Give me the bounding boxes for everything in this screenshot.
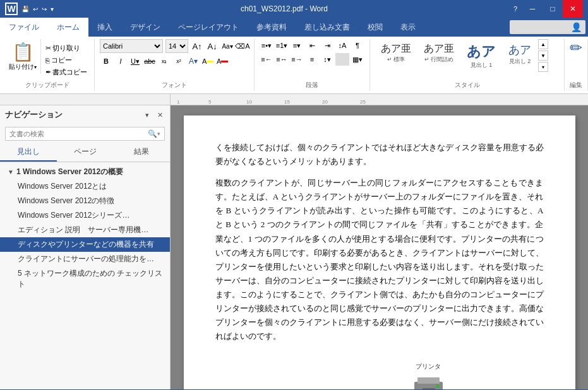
copy-button[interactable]: ⎘ コピー	[44, 55, 89, 66]
nav-item-whatisws[interactable]: Windows Server 2012とは	[0, 179, 170, 194]
diagram-area: サーバー	[215, 356, 544, 389]
paste-button[interactable]: 📋 貼り付け ▾	[5, 39, 41, 74]
font-name-select[interactable]: Calibri	[100, 39, 163, 53]
close-button[interactable]: ✕	[563, 0, 583, 18]
clipboard-group: 📋 貼り付け ▾ ✂ 切り取り ⎘ コピー ✒ 書式コピー クリップボード	[0, 39, 95, 91]
change-case-button[interactable]: Aa▾	[221, 40, 234, 52]
nav-item-network-checklist[interactable]: 5 ネットワーク構成のための チェックリスト	[0, 266, 170, 292]
font-controls: Calibri 14 A↑ A↓ Aa▾ ⌫A B I U▾	[100, 39, 249, 68]
font-grow-button[interactable]: A↑	[191, 40, 203, 52]
nav-item-disk-share[interactable]: ディスクやプリンターなどの機器を共有	[0, 237, 170, 252]
multilevel-list-button[interactable]: ≡▾	[290, 39, 304, 52]
text-effect-button[interactable]: A▾	[187, 55, 200, 68]
numbered-list-button[interactable]: ≡1▾	[275, 39, 289, 52]
sort-button[interactable]: ↕A	[335, 39, 349, 52]
format-painter-icon: ✒	[45, 68, 51, 76]
ruler-mark-2: 5	[208, 99, 211, 105]
clear-formatting-button[interactable]: ⌫A	[236, 40, 249, 52]
undo-quick-btn[interactable]: ↩	[32, 4, 39, 14]
more-quick-btn[interactable]: ▾	[49, 4, 55, 14]
redo-quick-btn[interactable]: ↪	[40, 4, 48, 14]
tab-page-layout[interactable]: ページレイアウト	[169, 18, 248, 37]
styles-group: あア亜 ↵ 標準 あア亜 ↵ 行間詰め あア 見出し 1 あア 見出し 2 ▲	[370, 39, 565, 91]
restore-button[interactable]: □	[543, 0, 563, 18]
paste-label: 貼り付け ▾	[9, 62, 37, 71]
nav-item-client-server[interactable]: クライアントにサーバーの処理能力を…	[0, 252, 170, 266]
align-center-button[interactable]: ≡↔	[275, 53, 289, 66]
style-normal[interactable]: あア亜 ↵ 標準	[375, 39, 417, 67]
border-button[interactable]: ▦▾	[351, 53, 364, 66]
styles-scroll: ▲ ▼ ▾	[538, 39, 548, 72]
format-painter-button[interactable]: ✒ 書式コピー	[44, 67, 89, 78]
font-group: Calibri 14 A↑ A↓ Aa▾ ⌫A B I U▾	[95, 39, 255, 91]
highlight-color-button[interactable]: A	[201, 55, 214, 68]
tab-file[interactable]: ファイル	[0, 18, 48, 37]
editing-content: ✏	[570, 39, 582, 80]
nav-item-client-server-label: クライアントにサーバーの処理能力を…	[18, 254, 154, 264]
font-row1: Calibri 14 A↑ A↓ Aa▾ ⌫A	[100, 39, 249, 53]
subscript-button[interactable]: x₂	[158, 55, 171, 68]
align-right-button[interactable]: ≡→	[290, 53, 304, 66]
show-formatting-button[interactable]: ¶	[351, 39, 364, 52]
editing-label: 編集	[570, 80, 582, 91]
styles-content: あア亜 ↵ 標準 あア亜 ↵ 行間詰め あア 見出し 1 あア 見出し 2 ▲	[375, 39, 548, 80]
ruler: 1 5 10 15 20 25	[0, 94, 588, 105]
search-options-icon[interactable]: ▾	[157, 131, 160, 137]
help-icon[interactable]: ?	[513, 5, 517, 13]
decrease-indent-button[interactable]: ⇤	[305, 39, 319, 52]
nav-item-series[interactable]: Windows Server 2012シリーズ…	[0, 208, 170, 223]
tab-home[interactable]: ホーム	[48, 18, 88, 37]
italic-button[interactable]: I	[114, 55, 127, 68]
bold-button[interactable]: B	[100, 55, 112, 68]
ruler-mark-5: 20	[322, 99, 328, 105]
window-controls: ─ □ ✕	[522, 0, 583, 18]
printer-device: プリンタ	[411, 362, 446, 389]
styles-expand[interactable]: ▾	[538, 62, 548, 72]
nav-item-features-label: Windows Server 2012の特徴	[18, 196, 114, 206]
document-area[interactable]: くを接続しておけば、個々のクライアントではそれほど大きなディスク容量を用意する必…	[171, 105, 588, 389]
nav-item-chapter1[interactable]: ▼ 1 Windows Server 2012の概要	[0, 165, 170, 179]
editing-button[interactable]: ✏	[570, 39, 582, 57]
line-spacing-button[interactable]: ↕▾	[320, 53, 334, 66]
tab-pages[interactable]: ページ	[57, 143, 114, 162]
tab-design[interactable]: デザイン	[121, 18, 169, 37]
nav-close-button[interactable]: ✕	[155, 110, 165, 120]
search-icon[interactable]: 🔍	[148, 129, 157, 138]
tab-results[interactable]: 結果	[113, 143, 170, 162]
font-shrink-button[interactable]: A↓	[206, 40, 219, 52]
tab-headings[interactable]: 見出し	[0, 143, 57, 162]
increase-indent-button[interactable]: ⇥	[320, 39, 334, 52]
tab-mailings[interactable]: 差し込み文書	[296, 18, 359, 37]
tab-insert[interactable]: 挿入	[88, 18, 121, 37]
font-color-button[interactable]: A	[216, 55, 229, 68]
cut-button[interactable]: ✂ 切り取り	[44, 43, 89, 54]
shading-button[interactable]	[335, 53, 349, 66]
bullet-list-button[interactable]: ≡•▾	[260, 39, 273, 52]
printer-icon	[411, 372, 446, 389]
doc-paragraph-1: くを接続しておけば、個々のクライアントではそれほど大きなディスク容量を用意する必…	[215, 141, 544, 168]
superscript-button[interactable]: x²	[172, 55, 185, 68]
user-account[interactable]: 👤	[510, 20, 585, 34]
tab-view[interactable]: 表示	[392, 18, 424, 37]
underline-button[interactable]: U▾	[129, 55, 141, 68]
paragraph-group-content: ≡•▾ ≡1▾ ≡▾ ⇤ ⇥ ↕A ¶ ≡← ≡↔ ≡→ ≡ ↕▾	[260, 39, 364, 80]
tab-references[interactable]: 参考資料	[248, 18, 296, 37]
styles-scroll-down[interactable]: ▼	[538, 50, 548, 61]
styles-scroll-up[interactable]: ▲	[538, 39, 548, 49]
style-heading2[interactable]: あア 見出し 2	[503, 39, 537, 69]
justify-button[interactable]: ≡	[305, 53, 319, 66]
font-size-select[interactable]: 14	[165, 39, 188, 53]
align-left-button[interactable]: ≡←	[260, 53, 273, 66]
strikethrough-button[interactable]: abc	[143, 55, 156, 68]
tab-review[interactable]: 校閲	[359, 18, 392, 37]
nav-item-editions[interactable]: エディション 説明 サーバー専用機…	[0, 223, 170, 237]
style-heading1[interactable]: あア 見出し 1	[461, 39, 501, 73]
nav-controls: ▾ ✕	[142, 110, 165, 120]
search-input[interactable]	[9, 130, 148, 138]
minimize-button[interactable]: ─	[522, 0, 543, 18]
save-quick-btn[interactable]: 💾	[20, 4, 30, 14]
nav-item-features[interactable]: Windows Server 2012の特徴	[0, 194, 170, 208]
nav-minimize-button[interactable]: ▾	[142, 110, 152, 120]
style-no-spacing[interactable]: あア亜 ↵ 行間詰め	[418, 39, 460, 67]
paragraph-group: ≡•▾ ≡1▾ ≡▾ ⇤ ⇥ ↕A ¶ ≡← ≡↔ ≡→ ≡ ↕▾	[255, 39, 370, 91]
